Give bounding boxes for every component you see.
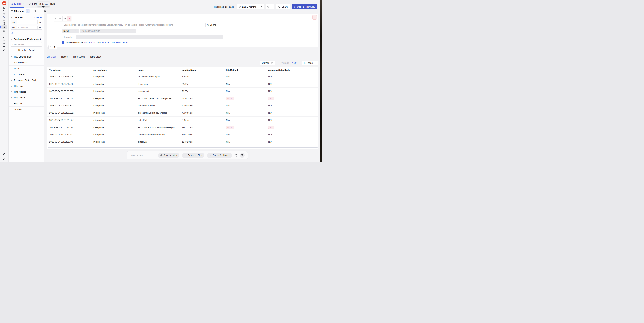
stage-run-query-button[interactable]: Stage & Run Query	[292, 4, 317, 10]
deployment-filter-input[interactable]	[11, 42, 42, 47]
rail-item-traces[interactable]	[1, 25, 8, 29]
query-a-badge[interactable]: A	[312, 15, 317, 20]
run-label: Stage & Run Query	[297, 6, 315, 8]
filter-section-label: Http Url	[14, 102, 22, 105]
slider-handle[interactable]	[11, 32, 13, 34]
table-row[interactable]: 2025-09-04 23:05:29.534inkeep-chatPOST a…	[47, 95, 318, 102]
table-row[interactable]: 2025-09-04 23:05:29.535inkeep-chattcp.co…	[47, 88, 318, 95]
tab-label: Explorer	[14, 2, 24, 5]
max-unit: ms	[37, 26, 42, 30]
table-row[interactable]: 2025-09-04 23:05:29.532inkeep-chatai.gen…	[47, 109, 318, 116]
aggregate-operator-value: NOOP	[63, 30, 74, 32]
filter-section-rpc-method[interactable]: Rpc Method	[8, 72, 44, 77]
horizontal-scrollbar[interactable]	[48, 147, 318, 148]
table-row[interactable]: 2025-09-04 23:05:27.622inkeep-chatai.gen…	[47, 131, 318, 138]
aggregate-attribute-field[interactable]: Aggregate attribute	[80, 28, 136, 33]
duration-min-input[interactable]	[17, 20, 37, 24]
rail-item-alerts[interactable]	[1, 10, 8, 12]
home-icon	[3, 6, 6, 9]
chevron-down-icon[interactable]	[11, 38, 12, 40]
save-view-button[interactable]: Save this view	[158, 153, 180, 158]
view-tab-list-view[interactable]: List View	[47, 54, 56, 59]
span-scope-select[interactable]: All Spans	[206, 23, 222, 27]
formula-sigma-icon[interactable]: Σ	[53, 45, 57, 50]
exceptions-icon	[3, 39, 6, 42]
table-row[interactable]: 2025-09-04 23:05:27.624inkeep-chatPOST a…	[47, 124, 318, 131]
options-button[interactable]: Options	[260, 60, 275, 66]
info-icon[interactable]	[235, 154, 238, 157]
query-a-chip[interactable]: A	[26, 10, 30, 12]
group-by-select[interactable]	[76, 35, 223, 40]
rail-item-home[interactable]	[1, 6, 8, 9]
table-row[interactable]: 2025-09-04 23:05:29.527inkeep-chatai.too…	[47, 116, 318, 124]
rail-item-more[interactable]	[1, 32, 8, 35]
rail-item-messaging[interactable]	[1, 29, 8, 32]
clear-all-link[interactable]: Clear All	[34, 16, 42, 18]
filter-section-service-name[interactable]: Service Name	[8, 60, 44, 66]
refresh-split-button	[266, 4, 274, 10]
filter-settings-icon[interactable]	[44, 10, 46, 12]
slider-track[interactable]	[11, 32, 42, 33]
collapse-query-icon[interactable]	[54, 16, 58, 21]
time-range-select[interactable]: Last 2 months	[236, 4, 264, 10]
service-cell: inkeep-chat	[91, 104, 136, 107]
collapse-panel-icon[interactable]	[39, 10, 41, 12]
duration-max-input[interactable]	[17, 26, 37, 30]
rail-item-logs[interactable]	[1, 22, 8, 25]
view-tab-table-view[interactable]: Table View	[90, 54, 101, 59]
rail-item-exceptions[interactable]	[1, 39, 8, 42]
aggregation-interval-link[interactable]: AGGREGATION INTERVAL	[102, 42, 129, 44]
rail-item-explore[interactable]	[1, 42, 8, 45]
previous-page-button[interactable]: Previous	[278, 62, 289, 64]
view-tab-traces[interactable]: Traces	[61, 54, 68, 59]
share-button[interactable]: Share	[276, 4, 290, 10]
collapse-footer-icon[interactable]	[240, 153, 244, 158]
view-tab-time-series[interactable]: Time Series	[73, 54, 85, 59]
rail-item-settings[interactable]	[1, 157, 8, 160]
table-row[interactable]: 2025-09-04 23:05:29.535inkeep-chattls.co…	[47, 80, 318, 88]
status-badge: POST	[226, 126, 234, 129]
filter-section-name[interactable]: Name	[8, 66, 44, 72]
rail-item-get-started[interactable]	[1, 16, 8, 18]
aggregate-operator-select[interactable]: NOOP	[62, 28, 78, 33]
filter-section-trace-id[interactable]: Trace Id	[8, 106, 44, 112]
filter-section-http-route[interactable]: Http Route	[8, 95, 44, 101]
name-cell: ai.generateObject	[136, 104, 180, 107]
tab-explorer[interactable]: Explorer	[11, 0, 24, 8]
clone-query-icon[interactable]	[62, 16, 67, 21]
rail-item-infrastructure[interactable]	[1, 19, 8, 22]
filter-section-response-status-code[interactable]: Response Status Code	[8, 77, 44, 83]
filter-section-http-host[interactable]: Http Host	[8, 83, 44, 89]
app-logo-icon[interactable]	[2, 1, 6, 5]
toggle-visibility-icon[interactable]	[58, 16, 62, 21]
table-row[interactable]: 2025-09-04 23:05:34.296inkeep-chatrespon…	[47, 73, 318, 80]
add-condition-button[interactable]: +	[62, 41, 64, 44]
refresh-button[interactable]	[266, 4, 270, 9]
filters-title: Filters for	[14, 10, 24, 12]
rail-item-dashboards[interactable]	[1, 12, 8, 15]
table-row[interactable]: 2025-09-04 23:05:25.745inkeep-chatai.too…	[47, 138, 318, 146]
add-to-dashboard-button[interactable]: Add to Dashboard	[207, 153, 232, 158]
refresh-caret-button[interactable]	[270, 4, 274, 9]
rail-item-pipelines[interactable]	[1, 45, 8, 48]
page-size-select[interactable]: 10 / page	[302, 60, 318, 66]
status-code-cell: 200	[266, 97, 318, 100]
table-row[interactable]: 2025-09-04 23:05:29.532inkeep-chatai.gen…	[47, 102, 318, 109]
query-letter-cell[interactable]: A	[67, 16, 71, 21]
create-alert-button[interactable]: Create an Alert	[182, 153, 204, 158]
chevron-right-icon	[11, 79, 12, 81]
chevron-down-icon[interactable]	[11, 16, 12, 18]
select-view-dropdown[interactable]: Select a view	[130, 154, 152, 157]
next-page-button[interactable]: Next	[292, 62, 299, 64]
sync-filters-icon[interactable]	[34, 10, 36, 12]
order-by-link[interactable]: ORDER BY	[84, 42, 96, 44]
query-source-icon[interactable]	[48, 45, 53, 50]
filter-section-http-url[interactable]: Http Url	[8, 101, 44, 106]
search-filter-input[interactable]	[62, 23, 203, 27]
filter-section-http-method[interactable]: Http Method	[8, 89, 44, 95]
rail-item-metrics[interactable]	[1, 36, 8, 38]
filter-section-has-error-status-[interactable]: Has Error (Status)	[8, 54, 44, 60]
rail-item-support[interactable]	[1, 152, 8, 155]
rail-item-integrations[interactable]	[1, 48, 8, 51]
page-size-value: 10 / page	[304, 62, 313, 64]
